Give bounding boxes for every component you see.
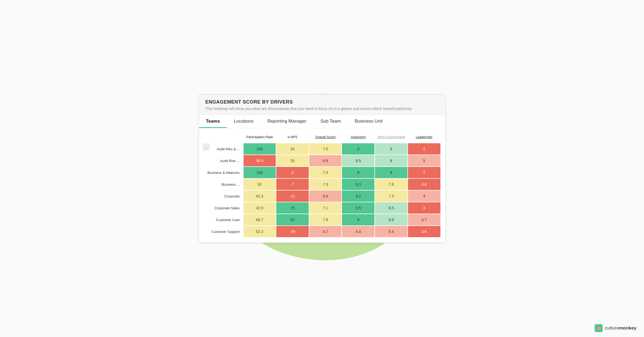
- heatmap-cell[interactable]: 9.3: [342, 179, 374, 190]
- heatmap-table: Participation Ratee-NPSOverall ScoreAuto…: [202, 133, 441, 238]
- column-header-overall-score[interactable]: Overall Score: [309, 133, 342, 143]
- table-row: Customer Support52.2-394.74.45.43.6: [203, 226, 440, 237]
- heatmap-cell[interactable]: 4.7: [408, 214, 440, 225]
- heatmap-cell[interactable]: 42.9: [244, 202, 276, 214]
- heatmap-cell[interactable]: 9: [342, 167, 374, 178]
- heatmap-cell[interactable]: 7.3: [375, 191, 407, 202]
- row-header: Customer Support: [203, 226, 243, 237]
- heatmap-cell[interactable]: 5.4: [375, 226, 407, 237]
- tab-locations[interactable]: Locations: [227, 115, 260, 128]
- heatmap-cell[interactable]: 8: [375, 143, 407, 155]
- heatmap-cell[interactable]: 7.1: [309, 202, 342, 214]
- heatmap-cell[interactable]: 3.8: [408, 179, 440, 190]
- heatmap-cell[interactable]: 9: [342, 143, 374, 155]
- tab-teams[interactable]: Teams: [199, 115, 227, 128]
- table-row: Customer Care66.7637.898.84.7: [203, 214, 440, 225]
- heatmap-cell[interactable]: 9: [342, 214, 374, 225]
- heatmap-cell[interactable]: 7.6: [309, 143, 342, 155]
- row-header: Audit Risk ...: [203, 155, 243, 166]
- heatmap-cell[interactable]: 8.5: [375, 202, 407, 214]
- engagement-card: ENGAGEMENT SCORE BY DRIVERS This heatmap…: [199, 94, 446, 243]
- heatmap-cell[interactable]: 50: [244, 179, 276, 190]
- row-header: Business ...: [203, 179, 243, 190]
- heatmap-container: … Participation Ratee-NPSOverall ScoreAu…: [199, 128, 445, 243]
- column-header-autonomy[interactable]: Autonomy: [342, 133, 374, 143]
- row-header: Business & Alliances: [203, 167, 243, 178]
- heatmap-cell[interactable]: 100: [244, 143, 276, 155]
- heatmap-cell[interactable]: 3: [408, 202, 440, 214]
- heatmap-cell[interactable]: 7.5: [309, 167, 342, 178]
- table-row: Audit Risk ...38.5256.68.585: [203, 155, 440, 166]
- heatmap-cell[interactable]: 4: [408, 191, 440, 202]
- heatmap-cell[interactable]: 9.2: [342, 191, 374, 202]
- row-header: Customer Care: [203, 214, 243, 225]
- heatmap-cell[interactable]: 9: [375, 167, 407, 178]
- heatmap-cell[interactable]: 4.7: [309, 226, 342, 237]
- tab-reporting-manager[interactable]: Reporting Manager: [260, 115, 314, 128]
- table-row: Business & Alliances10007.5992: [203, 167, 440, 178]
- column-header-blank: [203, 133, 243, 143]
- heatmap-cell[interactable]: -7: [276, 179, 309, 190]
- table-row: Business ...50-77.39.37.83.8: [203, 179, 440, 190]
- more-menu-button[interactable]: …: [202, 143, 210, 151]
- heatmap-cell[interactable]: 38.5: [244, 155, 276, 166]
- column-header-participation-rate: Participation Rate: [244, 133, 276, 143]
- heatmap-cell[interactable]: 7.8: [309, 214, 342, 225]
- column-header-leadership[interactable]: Leadership: [408, 133, 440, 143]
- heatmap-cell[interactable]: 6.6: [309, 155, 342, 166]
- tabs: TeamsLocationsReporting ManagerSub TeamB…: [199, 115, 445, 128]
- tab-business-unit[interactable]: Business Unit: [348, 115, 390, 128]
- card-subtitle: This heatmap will show you what are driv…: [205, 107, 439, 111]
- heatmap-cell[interactable]: 66.7: [244, 214, 276, 225]
- table-row: Audit Riks & ...100337.6982: [203, 143, 440, 155]
- row-header: Corporate: [203, 191, 243, 202]
- heatmap-cell[interactable]: 7.3: [309, 179, 342, 190]
- heatmap-cell[interactable]: 5: [408, 155, 440, 166]
- brand-logo: 🐵 culturemonkey: [595, 324, 636, 332]
- brand-text: culturemonkey: [605, 325, 636, 331]
- row-header: Corporate Sales: [203, 202, 243, 214]
- heatmap-cell[interactable]: 9.5: [342, 202, 374, 214]
- card-title: ENGAGEMENT SCORE BY DRIVERS: [205, 99, 439, 105]
- heatmap-cell[interactable]: 33: [276, 143, 309, 155]
- heatmap-cell[interactable]: 42.3: [244, 191, 276, 202]
- card-header: ENGAGEMENT SCORE BY DRIVERS This heatmap…: [199, 94, 445, 115]
- monkey-icon: 🐵: [595, 324, 603, 332]
- heatmap-cell[interactable]: 4.4: [342, 226, 374, 237]
- heatmap-cell[interactable]: 100: [244, 167, 276, 178]
- heatmap-cell[interactable]: 8.5: [342, 155, 374, 166]
- heatmap-cell[interactable]: -11: [276, 191, 309, 202]
- heatmap-cell[interactable]: 6.8: [309, 191, 342, 202]
- table-row: Corporate Sales42.9757.19.58.53: [203, 202, 440, 214]
- heatmap-cell[interactable]: 8: [375, 155, 407, 166]
- heatmap-cell[interactable]: 25: [276, 155, 309, 166]
- heatmap-cell[interactable]: 52.2: [244, 226, 276, 237]
- heatmap-cell[interactable]: -39: [276, 226, 309, 237]
- heatmap-cell[interactable]: 7.8: [375, 179, 407, 190]
- heatmap-cell[interactable]: 2: [408, 167, 440, 178]
- heatmap-cell[interactable]: 3.6: [408, 226, 440, 237]
- table-row: Corporate42.3-116.89.27.34: [203, 191, 440, 202]
- tab-sub-team[interactable]: Sub Team: [313, 115, 348, 128]
- heatmap-cell[interactable]: 8.8: [375, 214, 407, 225]
- heatmap-cell[interactable]: 63: [276, 214, 309, 225]
- column-header-e-nps: e-NPS: [276, 133, 309, 143]
- ellipsis-icon: …: [204, 145, 208, 149]
- heatmap-cell[interactable]: 75: [276, 202, 309, 214]
- heatmap-cell[interactable]: 0: [276, 167, 309, 178]
- column-header-work-environment[interactable]: Work Environment: [375, 133, 407, 143]
- heatmap-cell[interactable]: 2: [408, 143, 440, 155]
